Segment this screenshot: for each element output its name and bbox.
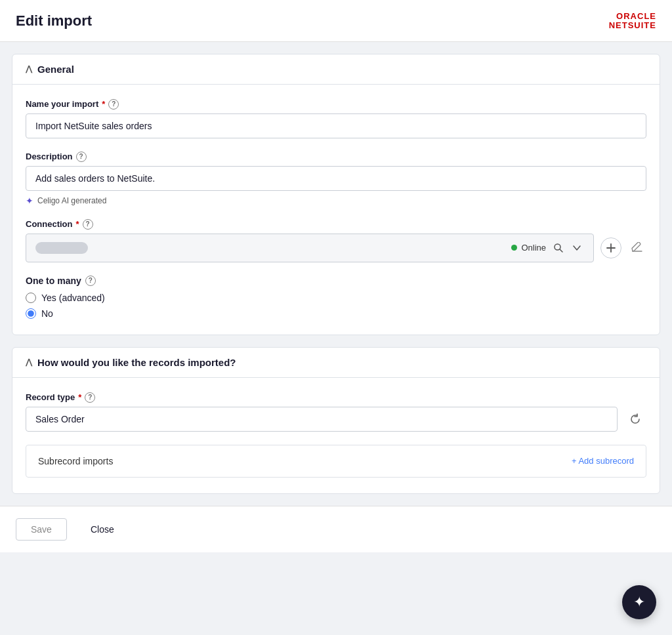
add-subrecord-button[interactable]: + Add subrecord <box>572 456 634 466</box>
fab-ai-icon: ✦ <box>633 594 645 611</box>
one-to-many-help-icon[interactable]: ? <box>85 276 96 286</box>
records-section-header: ⋀ How would you like the records importe… <box>12 348 660 378</box>
save-button[interactable]: Save <box>16 518 67 541</box>
record-type-row <box>26 407 646 432</box>
records-section-body: Record type * ? Subrecord imports <box>12 378 660 493</box>
record-type-help-icon[interactable]: ? <box>85 392 95 403</box>
oracle-text: ORACLE <box>616 12 656 21</box>
one-to-many-label: One to many ? <box>26 276 646 286</box>
general-section-body: Name your import * ? Description ? ✦ Cel… <box>12 85 660 335</box>
connection-label: Connection * ? <box>26 219 646 230</box>
records-section: ⋀ How would you like the records importe… <box>12 347 660 494</box>
edit-icon <box>631 242 643 254</box>
description-group: Description ? ✦ Celigo AI generated <box>26 152 646 206</box>
subrecord-imports-box: Subrecord imports + Add subrecord <box>26 445 646 478</box>
refresh-icon <box>629 413 641 425</box>
connection-dropdown-button[interactable] <box>570 242 584 254</box>
records-chevron-icon: ⋀ <box>26 358 32 367</box>
page-footer: Save Close <box>0 506 672 552</box>
record-type-required-star: * <box>78 392 81 402</box>
name-help-icon[interactable]: ? <box>108 99 119 110</box>
ai-sparkle-icon: ✦ <box>26 195 33 206</box>
status-online-dot <box>511 245 517 251</box>
radio-yes-label: Yes (advanced) <box>41 293 105 303</box>
oracle-netsuite-logo: ORACLE NETSUITE <box>609 12 656 31</box>
radio-no-input[interactable] <box>26 308 36 319</box>
svg-line-1 <box>560 249 562 252</box>
chevron-down-icon <box>573 245 581 251</box>
radio-no-label: No <box>41 308 53 319</box>
general-section: ⋀ General Name your import * ? Descripti… <box>12 54 660 335</box>
name-import-group: Name your import * ? <box>26 99 646 138</box>
subrecord-label: Subrecord imports <box>38 456 113 466</box>
connection-add-button[interactable] <box>600 237 621 258</box>
description-input[interactable] <box>26 166 646 191</box>
radio-group-one-to-many: Yes (advanced) No <box>26 293 646 319</box>
page-header: Edit import ORACLE NETSUITE <box>0 0 672 42</box>
connection-row: Online <box>26 234 646 262</box>
one-to-many-group: One to many ? Yes (advanced) No <box>26 276 646 319</box>
radio-yes-input[interactable] <box>26 293 36 303</box>
connection-search-button[interactable] <box>550 239 567 256</box>
connection-edit-button[interactable] <box>628 239 646 257</box>
plus-icon <box>605 242 617 254</box>
fab-ai-button[interactable]: ✦ <box>622 585 656 619</box>
search-icon <box>553 243 564 253</box>
record-type-label: Record type * ? <box>26 392 646 403</box>
record-type-input[interactable] <box>26 407 618 432</box>
description-help-icon[interactable]: ? <box>76 152 87 162</box>
name-required-star: * <box>102 99 105 109</box>
radio-yes-advanced[interactable]: Yes (advanced) <box>26 293 646 303</box>
name-import-input[interactable] <box>26 113 646 138</box>
connection-controls <box>550 239 584 256</box>
connection-status: Online <box>511 239 584 256</box>
connection-input-wrapper: Online <box>26 234 594 262</box>
record-type-group: Record type * ? <box>26 392 646 432</box>
page-title: Edit import <box>16 12 92 30</box>
ai-generated-label: ✦ Celigo AI generated <box>26 195 646 206</box>
name-import-label: Name your import * ? <box>26 99 646 110</box>
connection-blob <box>35 242 88 254</box>
general-chevron-icon: ⋀ <box>26 64 32 73</box>
radio-no[interactable]: No <box>26 308 646 319</box>
records-section-label: How would you like the records imported? <box>37 357 236 368</box>
description-label: Description ? <box>26 152 646 162</box>
record-type-refresh-button[interactable] <box>624 408 646 430</box>
connection-help-icon[interactable]: ? <box>83 219 93 230</box>
connection-required-star: * <box>76 219 79 229</box>
general-section-label: General <box>37 64 74 75</box>
close-button[interactable]: Close <box>76 519 129 540</box>
general-section-header: ⋀ General <box>12 54 660 85</box>
page-wrapper: Edit import ORACLE NETSUITE ⋀ General Na… <box>0 0 672 635</box>
netsuite-text: NETSUITE <box>609 21 656 30</box>
connection-group: Connection * ? Online <box>26 219 646 262</box>
